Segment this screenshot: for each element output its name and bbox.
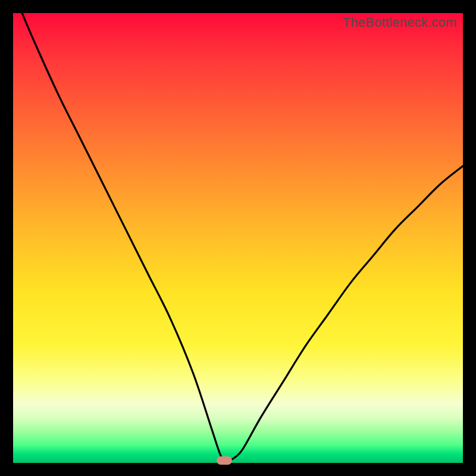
chart-frame: TheBottleneck.com xyxy=(0,0,476,476)
plot-area: TheBottleneck.com xyxy=(13,13,463,463)
optimal-point-marker xyxy=(217,456,232,465)
bottleneck-curve xyxy=(13,13,463,463)
